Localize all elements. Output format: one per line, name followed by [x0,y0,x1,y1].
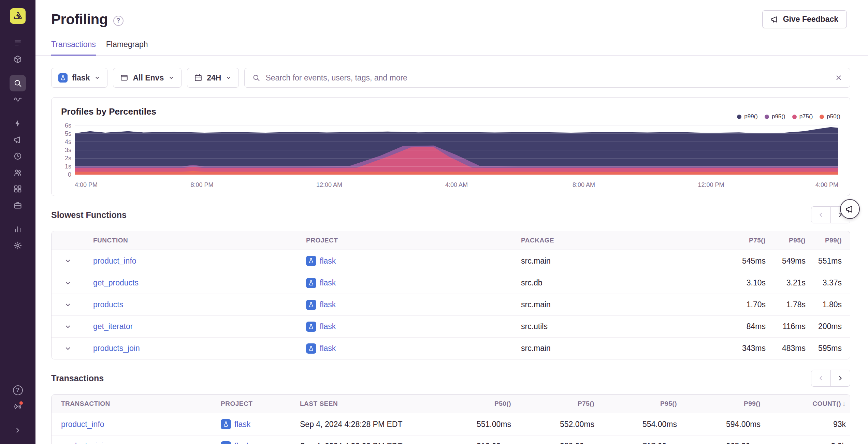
col-project[interactable]: PROJECT [306,237,521,244]
col-p75[interactable]: P75() [511,400,594,408]
table-row: product_info flask Sep 4, 2024 4:28:28 P… [52,413,850,435]
col-p75[interactable]: P75() [734,237,774,244]
sidebar-item-projects[interactable] [10,51,26,68]
page-title: Profiling [51,11,108,28]
sidebar-item-stats[interactable] [10,221,26,237]
chart-legend: p99()p95()p75()p50() [737,113,840,120]
sidebar-item-feedback[interactable] [10,132,26,148]
environment-filter[interactable]: All Envs [113,68,182,88]
col-package[interactable]: PACKAGE [521,237,734,244]
svg-text:4:00 PM: 4:00 PM [815,181,838,188]
legend-dot [737,115,741,119]
flask-project-icon [306,278,316,288]
project-badge[interactable]: flask [306,322,336,332]
search-bar[interactable] [244,68,850,88]
col-last-seen[interactable]: LAST SEEN [300,400,430,408]
p75-cell: 388.00ms [511,442,594,444]
give-feedback-button[interactable]: Give Feedback [762,10,847,28]
project-badge[interactable]: flask [306,256,336,266]
expand-row-button[interactable] [52,257,84,265]
project-badge[interactable]: flask [306,343,336,354]
p99-cell: 594.00ms [677,420,761,429]
sentry-logo[interactable] [10,8,26,24]
project-link[interactable]: flask [320,322,336,331]
svg-text:4s: 4s [65,138,71,145]
date-range-filter[interactable]: 24H [187,68,239,88]
function-link[interactable]: get_products [93,278,139,287]
project-link[interactable]: flask [320,278,336,287]
floating-feedback-button[interactable] [840,199,860,219]
give-feedback-label: Give Feedback [783,15,838,24]
next-page-button[interactable] [830,370,850,387]
profiles-by-percentiles-panel: Profiles by Percentiles p99()p95()p75()p… [51,97,850,196]
expand-row-button[interactable] [52,323,84,330]
transaction-link[interactable]: product_info [61,420,104,429]
sidebar-item-alerts[interactable] [10,115,26,132]
expand-row-button[interactable] [52,345,84,352]
col-transaction[interactable]: TRANSACTION [52,400,221,408]
col-p99[interactable]: P99() [814,237,850,244]
col-p95[interactable]: P95() [594,400,677,408]
svg-text:8:00 AM: 8:00 AM [573,181,595,188]
prev-page-button[interactable] [811,206,831,223]
function-link[interactable]: product_info [93,256,136,265]
sidebar-bottom: ? [10,382,26,444]
function-link[interactable]: get_iterator [93,322,133,331]
svg-text:5s: 5s [65,130,71,137]
collapse-sidebar-button[interactable] [10,422,26,439]
projects-icon [13,55,22,64]
project-badge[interactable]: flask [221,419,250,429]
filter-row: flask All Envs 24H [51,68,850,88]
legend-item-p99[interactable]: p99() [737,113,758,120]
col-p95[interactable]: P95() [774,237,814,244]
sidebar-item-replays[interactable] [10,148,26,164]
svg-text:6s: 6s [65,122,71,129]
project-link[interactable]: flask [234,442,250,444]
package-cell: src.main [521,256,734,266]
clear-search-button[interactable] [835,74,842,82]
project-badge[interactable]: flask [306,300,336,310]
col-p50[interactable]: P50() [430,400,511,408]
table-row: products_join flask src.main 343ms 483ms… [52,337,850,359]
flask-project-icon [221,419,231,429]
search-input[interactable] [265,73,830,83]
clock-icon [13,152,22,161]
legend-item-p75[interactable]: p75() [792,113,813,120]
function-link[interactable]: products_join [93,344,140,353]
project-link[interactable]: flask [234,420,250,429]
percentiles-chart[interactable]: 01s2s3s4s5s6s4:00 PM8:00 PM12:00 AM4:00 … [61,121,840,193]
project-link[interactable]: flask [320,256,336,266]
flask-project-icon [306,322,316,332]
tab-transactions[interactable]: Transactions [51,40,96,56]
col-function[interactable]: FUNCTION [84,237,306,244]
sidebar-item-releases[interactable] [10,197,26,213]
legend-item-p95[interactable]: p95() [765,113,785,120]
p95-cell: 554.00ms [594,420,677,429]
col-p99[interactable]: P99() [677,400,761,408]
page-title-help-icon[interactable]: ? [113,16,124,26]
project-badge[interactable]: flask [306,278,336,288]
expand-row-button[interactable] [52,301,84,309]
expand-row-button[interactable] [52,279,84,287]
sidebar-item-whats-new[interactable] [10,398,26,415]
p95-cell: 549ms [774,256,814,266]
calendar-icon [194,74,202,82]
project-filter[interactable]: flask [51,68,107,88]
sidebar-item-insights[interactable] [10,164,26,181]
project-link[interactable]: flask [320,344,336,353]
sidebar-item-dashboards[interactable] [10,181,26,197]
prev-page-button[interactable] [811,370,831,387]
col-count[interactable]: COUNT()↓ [761,400,850,408]
sidebar-item-help[interactable]: ? [10,382,26,398]
sidebar-item-traces[interactable] [10,91,26,108]
function-link[interactable]: products [93,300,123,309]
project-badge[interactable]: flask [221,441,250,444]
tab-flamegraph[interactable]: Flamegraph [106,40,148,55]
legend-item-p50[interactable]: p50() [820,113,840,120]
col-project[interactable]: PROJECT [221,400,300,408]
transaction-link[interactable]: products_join [61,442,108,444]
project-link[interactable]: flask [320,300,336,309]
sidebar-item-issues[interactable] [10,35,26,51]
sidebar-item-search[interactable] [10,75,26,91]
sidebar-item-settings[interactable] [10,237,26,254]
